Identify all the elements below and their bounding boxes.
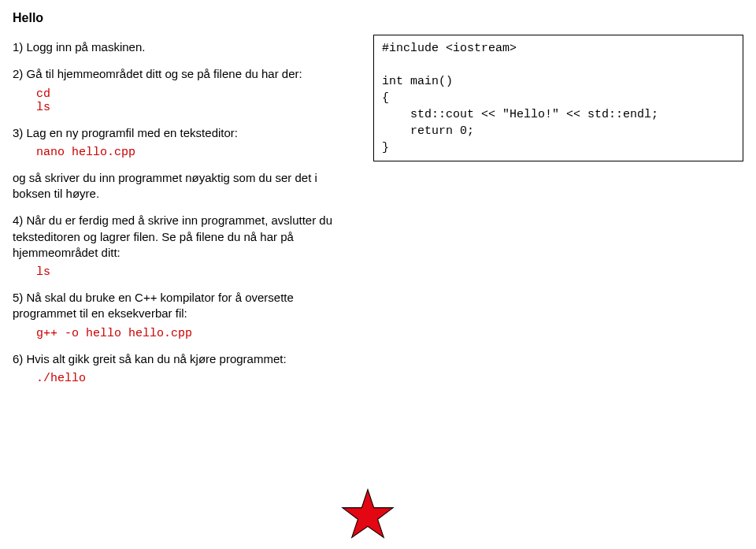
svg-marker-0 — [343, 490, 393, 538]
page: Hello 1) Logg inn på maskinen. 2) Gå til… — [13, 11, 743, 390]
step-6-text: 6) Hvis alt gikk greit så kan du nå kjør… — [13, 351, 351, 367]
star-icon — [340, 487, 395, 542]
step-4-command: ls — [36, 265, 351, 279]
step-2-command: cd ls — [36, 87, 351, 114]
step-1-text: 1) Logg inn på maskinen. — [13, 39, 351, 55]
right-column: #include <iostream> int main() { std::co… — [373, 11, 743, 390]
step-2-text: 2) Gå til hjemmeområdet ditt og se på fi… — [13, 66, 351, 82]
step-3-command: nano hello.cpp — [36, 146, 351, 159]
step-6-command: ./hello — [36, 372, 351, 385]
step-5-command: g++ -o hello hello.cpp — [36, 327, 351, 340]
left-column: Hello 1) Logg inn på maskinen. 2) Gå til… — [13, 11, 351, 390]
page-title: Hello — [13, 11, 351, 25]
step-3b-text: og så skriver du inn programmet nøyaktig… — [13, 170, 351, 202]
code-box: #include <iostream> int main() { std::co… — [373, 35, 743, 161]
step-5-text: 5) Nå skal du bruke en C++ kompilator fo… — [13, 290, 351, 322]
step-4-text: 4) Når du er ferdig med å skrive inn pro… — [13, 213, 351, 261]
step-3-text: 3) Lag en ny programfil med en tekstedit… — [13, 125, 351, 141]
